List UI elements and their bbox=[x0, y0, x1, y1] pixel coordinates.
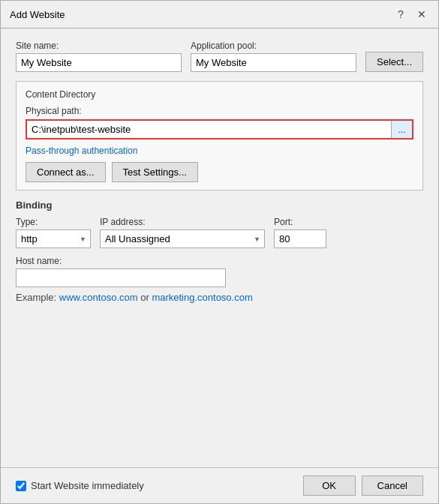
type-select[interactable]: http https bbox=[16, 230, 91, 248]
host-name-input[interactable] bbox=[16, 268, 226, 287]
binding-row: Type: http https IP address: All Unassig… bbox=[16, 217, 423, 248]
browse-button[interactable]: ... bbox=[391, 121, 412, 138]
example-prefix: Example: bbox=[16, 292, 59, 303]
example-or: or bbox=[138, 292, 152, 303]
auth-buttons-row: Connect as... Test Settings... bbox=[26, 162, 413, 182]
help-button[interactable]: ? bbox=[393, 7, 408, 22]
port-input[interactable] bbox=[274, 230, 326, 248]
physical-path-input[interactable] bbox=[27, 121, 391, 138]
title-bar-controls: ? ✕ bbox=[393, 7, 429, 22]
site-name-label: Site name: bbox=[16, 40, 182, 51]
example-link-marketing[interactable]: marketing.contoso.com bbox=[152, 292, 252, 303]
dialog-content: Site name: Application pool: Select... C… bbox=[1, 28, 438, 467]
ip-address-group: IP address: All Unassigned 127.0.0.1 bbox=[100, 217, 265, 248]
cancel-button[interactable]: Cancel bbox=[362, 476, 423, 496]
pass-through-authentication-link[interactable]: Pass-through authentication bbox=[26, 146, 413, 156]
start-website-row: Start Website immediately bbox=[16, 480, 303, 491]
ip-address-select-wrapper: All Unassigned 127.0.0.1 bbox=[100, 230, 265, 248]
site-name-input[interactable] bbox=[16, 53, 182, 72]
app-pool-group: Application pool: bbox=[191, 40, 356, 72]
physical-path-label: Physical path: bbox=[26, 106, 413, 116]
example-text: Example: www.contoso.com or marketing.co… bbox=[16, 292, 423, 303]
footer-buttons: OK Cancel bbox=[303, 476, 423, 496]
example-link-contoso[interactable]: www.contoso.com bbox=[59, 292, 138, 303]
port-label: Port: bbox=[274, 217, 326, 227]
type-label: Type: bbox=[16, 217, 91, 227]
ip-address-select[interactable]: All Unassigned 127.0.0.1 bbox=[100, 230, 265, 248]
dialog-footer: Start Website immediately OK Cancel bbox=[1, 467, 438, 503]
site-name-app-pool-row: Site name: Application pool: Select... bbox=[16, 40, 423, 72]
site-name-group: Site name: bbox=[16, 40, 182, 72]
add-website-dialog: Add Website ? ✕ Site name: Application p… bbox=[0, 0, 439, 504]
host-name-label: Host name: bbox=[16, 256, 423, 266]
type-select-wrapper: http https bbox=[16, 230, 91, 248]
select-button[interactable]: Select... bbox=[365, 52, 423, 72]
type-group: Type: http https bbox=[16, 217, 91, 248]
dialog-title: Add Website bbox=[10, 9, 65, 20]
port-group: Port: bbox=[274, 217, 326, 248]
app-pool-label: Application pool: bbox=[191, 40, 356, 51]
start-website-label[interactable]: Start Website immediately bbox=[31, 480, 144, 491]
content-directory-title: Content Directory bbox=[26, 89, 413, 100]
physical-path-input-wrapper: ... bbox=[26, 119, 413, 140]
host-name-group: Host name: bbox=[16, 256, 423, 287]
ok-button[interactable]: OK bbox=[303, 476, 356, 496]
close-button[interactable]: ✕ bbox=[414, 7, 429, 22]
binding-section: Binding Type: http https IP address: bbox=[16, 200, 423, 303]
title-bar: Add Website ? ✕ bbox=[1, 1, 438, 28]
content-directory-section: Content Directory Physical path: ... Pas… bbox=[16, 81, 423, 190]
physical-path-row: ... bbox=[26, 119, 413, 140]
ip-address-label: IP address: bbox=[100, 217, 265, 227]
connect-as-button[interactable]: Connect as... bbox=[26, 162, 106, 182]
app-pool-input[interactable] bbox=[191, 53, 356, 72]
test-settings-button[interactable]: Test Settings... bbox=[112, 162, 198, 182]
binding-title: Binding bbox=[16, 200, 423, 211]
start-website-checkbox[interactable] bbox=[16, 481, 26, 491]
